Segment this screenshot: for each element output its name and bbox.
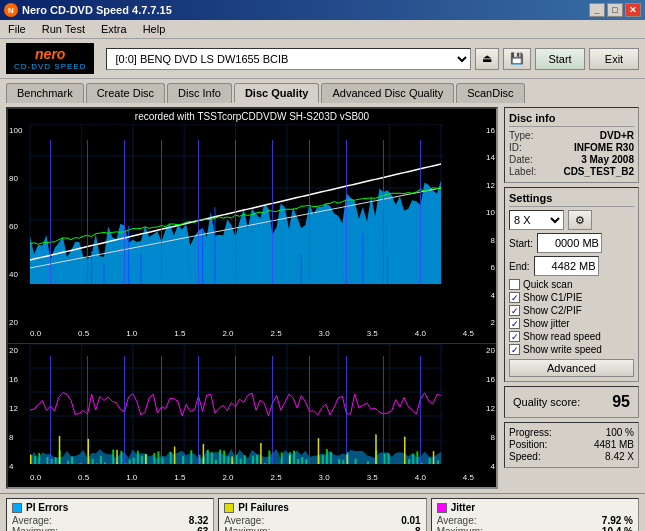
x-label-5: 2.5 bbox=[270, 329, 281, 343]
end-input[interactable] bbox=[534, 256, 599, 276]
type-label: Type: bbox=[509, 130, 533, 141]
tab-benchmark[interactable]: Benchmark bbox=[6, 83, 84, 103]
show-write-speed-checkbox[interactable] bbox=[509, 344, 520, 355]
pi-errors-group: PI Errors Average: 8.32 Maximum: 63 Tota… bbox=[6, 498, 214, 531]
start-row: Start: bbox=[509, 233, 634, 253]
tab-disc-info[interactable]: Disc Info bbox=[167, 83, 232, 103]
minimize-button[interactable]: _ bbox=[589, 3, 605, 17]
date-value: 3 May 2008 bbox=[581, 154, 634, 165]
x-label-b-4: 2.0 bbox=[222, 473, 233, 487]
pi-errors-avg-label: Average: bbox=[12, 515, 52, 526]
x-label-2: 1.0 bbox=[126, 329, 137, 343]
position-value: 4481 MB bbox=[594, 439, 634, 450]
pi-failures-avg: Average: 0.01 bbox=[224, 515, 420, 526]
show-write-speed-row: Show write speed bbox=[509, 344, 634, 355]
logo-cdspeed: CD-DVD SPEED bbox=[14, 62, 86, 71]
show-jitter-checkbox[interactable] bbox=[509, 318, 520, 329]
end-label: End: bbox=[509, 261, 530, 272]
bot-y-left-3: 12 bbox=[9, 404, 29, 413]
id-label: ID: bbox=[509, 142, 522, 153]
quick-scan-checkbox[interactable] bbox=[509, 279, 520, 290]
menu-file[interactable]: File bbox=[4, 22, 30, 36]
tab-create-disc[interactable]: Create Disc bbox=[86, 83, 165, 103]
jitter-max-value: 10.4 % bbox=[602, 526, 633, 531]
advanced-button[interactable]: Advanced bbox=[509, 359, 634, 377]
bot-y-right-1: 20 bbox=[477, 346, 495, 355]
top-y-left-3: 60 bbox=[9, 222, 29, 231]
disc-type-row: Type: DVD+R bbox=[509, 130, 634, 141]
x-label-b-9: 4.5 bbox=[463, 473, 474, 487]
menu-bar: File Run Test Extra Help bbox=[0, 20, 645, 39]
x-label-9: 4.5 bbox=[463, 329, 474, 343]
x-label-b-1: 0.5 bbox=[78, 473, 89, 487]
tab-scandisc[interactable]: ScanDisc bbox=[456, 83, 524, 103]
jitter-title: Jitter bbox=[451, 502, 475, 513]
top-y-right-1: 16 bbox=[477, 126, 495, 135]
speed-select[interactable]: 8 X bbox=[509, 210, 564, 230]
app-icon: N bbox=[4, 3, 18, 17]
chart-header: recorded with TSSTcorpCDDVDW SH-S203D vS… bbox=[8, 109, 496, 124]
main-content: recorded with TSSTcorpCDDVDW SH-S203D vS… bbox=[0, 103, 645, 493]
exit-button[interactable]: Exit bbox=[589, 48, 639, 70]
show-read-speed-row: Show read speed bbox=[509, 331, 634, 342]
disc-id-row: ID: INFOME R30 bbox=[509, 142, 634, 153]
top-y-right-4: 10 bbox=[477, 208, 495, 217]
pi-failures-group: PI Failures Average: 0.01 Maximum: 8 Tot… bbox=[218, 498, 426, 531]
bot-y-left-2: 16 bbox=[9, 375, 29, 384]
top-y-right-5: 8 bbox=[477, 236, 495, 245]
id-value: INFOME R30 bbox=[574, 142, 634, 153]
top-y-right-2: 14 bbox=[477, 153, 495, 162]
start-button[interactable]: Start bbox=[535, 48, 585, 70]
x-label-1: 0.5 bbox=[78, 329, 89, 343]
close-button[interactable]: ✕ bbox=[625, 3, 641, 17]
x-label-0: 0.0 bbox=[30, 329, 41, 343]
pi-errors-max: Maximum: 63 bbox=[12, 526, 208, 531]
jitter-avg-value: 7.92 % bbox=[602, 515, 633, 526]
start-input[interactable] bbox=[537, 233, 602, 253]
jitter-color-box bbox=[437, 503, 447, 513]
menu-run-test[interactable]: Run Test bbox=[38, 22, 89, 36]
x-label-b-3: 1.5 bbox=[174, 473, 185, 487]
start-label: Start: bbox=[509, 238, 533, 249]
x-label-b-6: 3.0 bbox=[319, 473, 330, 487]
position-label: Position: bbox=[509, 439, 547, 450]
pi-failures-max-value: 8 bbox=[415, 526, 421, 531]
show-read-speed-checkbox[interactable] bbox=[509, 331, 520, 342]
toolbar-eject-button[interactable]: ⏏ bbox=[475, 48, 499, 70]
jitter-header: Jitter bbox=[437, 502, 633, 513]
show-c1pie-checkbox[interactable] bbox=[509, 292, 520, 303]
disc-label-row: Label: CDS_TEST_B2 bbox=[509, 166, 634, 177]
tab-disc-quality[interactable]: Disc Quality bbox=[234, 83, 320, 103]
speed-row: 8 X ⚙ bbox=[509, 210, 634, 230]
show-c1pie-label: Show C1/PIE bbox=[523, 292, 582, 303]
show-jitter-row: Show jitter bbox=[509, 318, 634, 329]
toolbar: nero CD-DVD SPEED [0:0] BENQ DVD LS DW16… bbox=[0, 39, 645, 79]
quick-scan-label: Quick scan bbox=[523, 279, 572, 290]
show-c2pif-row: Show C2/PIF bbox=[509, 305, 634, 316]
bot-y-right-5: 4 bbox=[477, 462, 495, 471]
show-c2pif-checkbox[interactable] bbox=[509, 305, 520, 316]
pi-errors-max-label: Maximum: bbox=[12, 526, 58, 531]
window-title: Nero CD-DVD Speed 4.7.7.15 bbox=[22, 4, 172, 16]
drive-select[interactable]: [0:0] BENQ DVD LS DW1655 BCIB bbox=[106, 48, 471, 70]
maximize-button[interactable]: □ bbox=[607, 3, 623, 17]
pi-failures-color-box bbox=[224, 503, 234, 513]
menu-extra[interactable]: Extra bbox=[97, 22, 131, 36]
logo-nero: nero bbox=[35, 46, 65, 62]
pi-errors-avg-value: 8.32 bbox=[189, 515, 208, 526]
quality-score: 95 bbox=[612, 393, 630, 411]
x-label-b-5: 2.5 bbox=[270, 473, 281, 487]
date-label: Date: bbox=[509, 154, 533, 165]
pi-failures-avg-value: 0.01 bbox=[401, 515, 420, 526]
tab-advanced-disc-quality[interactable]: Advanced Disc Quality bbox=[321, 83, 454, 103]
top-y-left-1: 100 bbox=[9, 126, 29, 135]
toolbar-save-button[interactable]: 💾 bbox=[503, 48, 531, 70]
logo: nero CD-DVD SPEED bbox=[6, 43, 94, 74]
bot-y-right-2: 16 bbox=[477, 375, 495, 384]
top-y-left-2: 80 bbox=[9, 174, 29, 183]
window-controls: _ □ ✕ bbox=[589, 3, 641, 17]
speed-row-p: Speed: 8.42 X bbox=[509, 451, 634, 462]
speed-settings-button[interactable]: ⚙ bbox=[568, 210, 592, 230]
top-y-right-3: 12 bbox=[477, 181, 495, 190]
menu-help[interactable]: Help bbox=[139, 22, 170, 36]
